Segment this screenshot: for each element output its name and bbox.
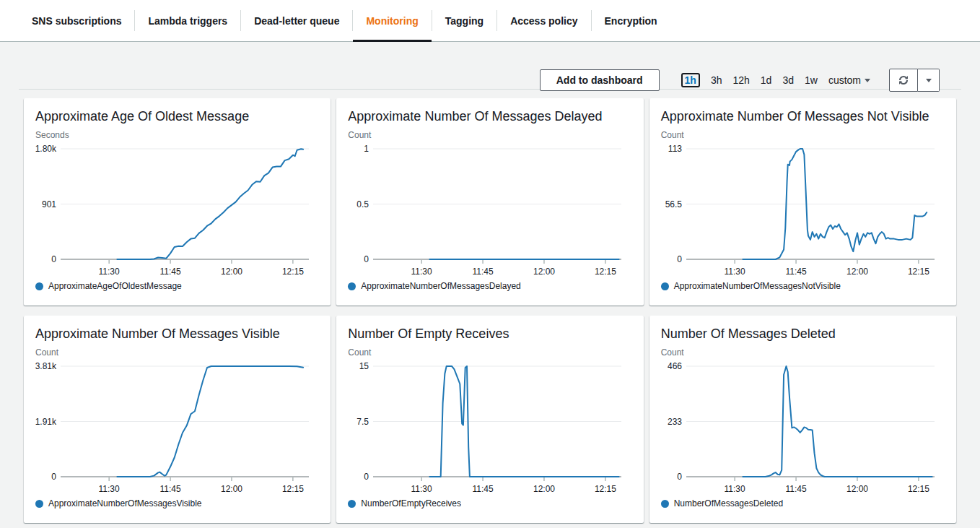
tab-encryption[interactable]: Encryption (592, 0, 670, 41)
svg-text:11:45: 11:45 (159, 484, 180, 494)
chart-unit-label: Count (661, 130, 945, 140)
svg-text:12:15: 12:15 (908, 267, 929, 277)
time-range-1w[interactable]: 1w (805, 74, 818, 86)
chart-title: Approximate Number Of Messages Not Visib… (661, 108, 945, 125)
svg-text:11:45: 11:45 (785, 484, 806, 494)
chart-unit-label: Count (661, 347, 945, 358)
legend-item[interactable]: NumberOfMessagesDeleted (661, 498, 945, 508)
svg-text:12:00: 12:00 (221, 484, 242, 494)
svg-text:12:15: 12:15 (282, 484, 304, 494)
tab-sns-subscriptions[interactable]: SNS subscriptions (19, 0, 134, 41)
time-range-1d[interactable]: 1d (761, 74, 772, 86)
svg-text:11:30: 11:30 (99, 484, 120, 494)
svg-text:15: 15 (359, 361, 369, 371)
refresh-button[interactable] (889, 69, 918, 92)
legend-label: ApproximateNumberOfMessagesVisible (48, 498, 202, 508)
chart-canvas[interactable]: 1.80k901011:3011:4512:0012:15 (24, 140, 331, 279)
custom-range-dropdown[interactable]: custom (828, 74, 870, 86)
svg-text:1.80k: 1.80k (35, 144, 57, 154)
refresh-button-group (889, 69, 940, 92)
svg-text:12:15: 12:15 (908, 484, 929, 494)
charts-grid: Approximate Age Of Oldest Message Second… (0, 92, 980, 523)
svg-text:11:30: 11:30 (411, 267, 432, 277)
caret-down-icon (865, 79, 870, 82)
legend-color-dot (661, 282, 669, 290)
legend-color-dot (348, 500, 356, 508)
time-range-group: 1h3h12h1d3d1w (681, 73, 818, 87)
legend-label: NumberOfEmptyReceives (361, 498, 461, 508)
svg-text:11:30: 11:30 (99, 267, 120, 277)
chart-unit-label: Seconds (35, 130, 319, 140)
chart-unit-label: Count (35, 347, 319, 358)
time-range-3h[interactable]: 3h (711, 74, 722, 86)
chart-canvas[interactable]: 3.81k1.91k011:3011:4512:0012:15 (24, 358, 331, 496)
svg-text:11:30: 11:30 (411, 484, 432, 494)
monitoring-toolbar: Add to dashboard 1h3h12h1d3d1w custom (0, 69, 980, 92)
svg-text:466: 466 (668, 361, 682, 371)
legend-item[interactable]: ApproximateNumberOfMessagesDelayed (348, 281, 631, 291)
metric-chart-card-number-of-messages-deleted: Number Of Messages Deleted Count 4662330… (649, 316, 956, 523)
time-range-3d[interactable]: 3d (782, 74, 794, 86)
svg-text:11:45: 11:45 (473, 267, 494, 277)
tab-monitoring[interactable]: Monitoring (353, 0, 431, 41)
legend-color-dot (35, 500, 43, 508)
legend-item[interactable]: ApproximateAgeOfOldestMessage (35, 281, 319, 291)
chart-title: Approximate Number Of Messages Delayed (348, 108, 631, 125)
svg-text:11:45: 11:45 (785, 267, 806, 277)
svg-text:12:00: 12:00 (533, 267, 555, 277)
legend-color-dot (35, 282, 43, 290)
svg-text:11:45: 11:45 (473, 484, 494, 494)
custom-range-label: custom (828, 74, 861, 86)
chart-title: Number Of Empty Receives (348, 325, 631, 342)
caret-down-icon (926, 79, 932, 82)
chart-title: Approximate Number Of Messages Visible (35, 325, 319, 342)
refresh-icon (897, 74, 910, 87)
chart-canvas[interactable]: 466233011:3011:4512:0012:15 (649, 358, 956, 496)
svg-text:0: 0 (51, 472, 56, 482)
svg-text:3.81k: 3.81k (35, 361, 57, 371)
tab-tagging[interactable]: Tagging (432, 0, 496, 41)
tab-access-policy[interactable]: Access policy (497, 0, 590, 41)
chart-canvas[interactable]: 157.5011:3011:4512:0012:15 (336, 358, 643, 496)
svg-text:11:30: 11:30 (724, 484, 745, 494)
legend-label: ApproximateNumberOfMessagesDelayed (361, 281, 520, 291)
tab-lambda-triggers[interactable]: Lambda triggers (135, 0, 240, 41)
svg-text:12:00: 12:00 (846, 267, 868, 277)
tab-bar: SNS subscriptionsLambda triggersDead-let… (0, 0, 980, 42)
svg-text:0: 0 (51, 254, 56, 264)
svg-text:7.5: 7.5 (357, 417, 369, 427)
svg-text:0.5: 0.5 (357, 199, 369, 209)
time-range-1h[interactable]: 1h (681, 73, 700, 87)
svg-text:901: 901 (42, 199, 56, 209)
chart-unit-label: Count (348, 347, 631, 358)
svg-text:12:15: 12:15 (595, 484, 616, 494)
svg-text:11:30: 11:30 (724, 267, 745, 277)
svg-text:11:45: 11:45 (159, 267, 180, 277)
svg-text:0: 0 (364, 472, 369, 482)
svg-text:0: 0 (364, 254, 369, 264)
chart-canvas[interactable]: 10.5011:3011:4512:0012:15 (336, 140, 643, 279)
svg-text:113: 113 (668, 144, 682, 154)
svg-text:12:15: 12:15 (282, 267, 304, 277)
add-to-dashboard-button[interactable]: Add to dashboard (540, 69, 660, 91)
tab-dead-letter-queue[interactable]: Dead-letter queue (241, 0, 352, 41)
legend-item[interactable]: ApproximateNumberOfMessagesVisible (35, 498, 319, 508)
legend-item[interactable]: ApproximateNumberOfMessagesNotVisible (661, 281, 945, 291)
svg-text:12:00: 12:00 (221, 267, 242, 277)
chart-canvas[interactable]: 11356.5011:3011:4512:0012:15 (649, 140, 956, 279)
svg-text:0: 0 (677, 472, 682, 482)
metric-chart-card-approximate-number-of-messages-visible: Approximate Number Of Messages Visible C… (24, 316, 331, 523)
time-range-12h[interactable]: 12h (732, 74, 749, 86)
svg-text:233: 233 (668, 417, 682, 427)
legend-item[interactable]: NumberOfEmptyReceives (348, 498, 631, 508)
chart-unit-label: Count (348, 130, 631, 140)
svg-text:1.91k: 1.91k (35, 417, 57, 427)
svg-text:12:15: 12:15 (595, 267, 616, 277)
svg-text:12:00: 12:00 (846, 484, 868, 494)
legend-label: NumberOfMessagesDeleted (674, 498, 783, 508)
legend-color-dot (661, 500, 669, 508)
chart-title: Number Of Messages Deleted (661, 325, 945, 342)
metric-chart-card-approximate-age-of-oldest-message: Approximate Age Of Oldest Message Second… (24, 98, 331, 306)
refresh-options-button[interactable] (918, 69, 940, 92)
metric-chart-card-number-of-empty-receives: Number Of Empty Receives Count 157.5011:… (336, 316, 643, 523)
